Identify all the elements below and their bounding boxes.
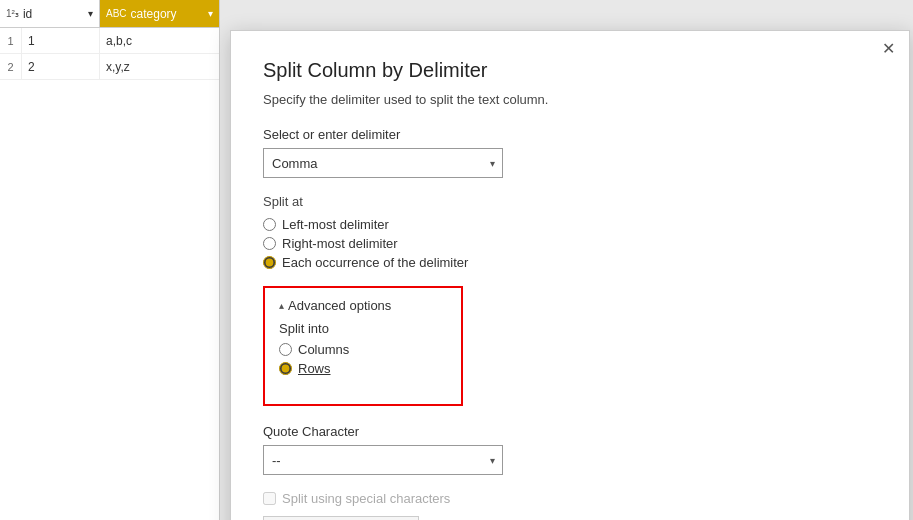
advanced-options-title: ▴ Advanced options (279, 298, 447, 313)
radio-right-most-label: Right-most delimiter (282, 236, 398, 251)
collapse-icon[interactable]: ▴ (279, 300, 284, 311)
radio-right-label[interactable]: Right-most delimiter (263, 236, 877, 251)
category-col-label: category (131, 7, 177, 21)
insert-special-character-button[interactable]: Insert special character ▾ (263, 516, 419, 520)
id-col-dropdown[interactable]: ▾ (88, 8, 93, 19)
radio-rows-label-text: Rows (298, 361, 331, 376)
split-column-dialog: ✕ Split Column by Delimiter Specify the … (230, 30, 910, 520)
table-row: 1 1 a,b,c (0, 28, 219, 54)
row-cat-2: x,y,z (100, 54, 219, 79)
radio-right-most[interactable] (263, 237, 276, 250)
radio-columns[interactable] (279, 343, 292, 356)
advanced-title-text: Advanced options (288, 298, 391, 313)
radio-rows-label[interactable]: Rows (279, 361, 447, 376)
radio-columns-label[interactable]: Columns (279, 342, 447, 357)
quote-character-label: Quote Character (263, 424, 877, 439)
close-button[interactable]: ✕ (882, 41, 895, 57)
special-characters-checkbox[interactable] (263, 492, 276, 505)
row-id-1: 1 (22, 28, 100, 53)
row-id-2: 2 (22, 54, 100, 79)
row-num-1: 1 (0, 28, 22, 53)
id-col-label: id (23, 7, 32, 21)
radio-left-most[interactable] (263, 218, 276, 231)
radio-columns-label-text: Columns (298, 342, 349, 357)
delimiter-select[interactable]: Comma (263, 148, 503, 178)
row-cat-1: a,b,c (100, 28, 219, 53)
split-into-label: Split into (279, 321, 447, 336)
radio-each-label[interactable]: Each occurrence of the delimiter (263, 255, 877, 270)
radio-left-most-label: Left-most delimiter (282, 217, 389, 232)
delimiter-select-wrapper: Comma ▾ (263, 148, 503, 178)
id-type-icon: 1²₃ (6, 8, 19, 19)
radio-rows[interactable] (279, 362, 292, 375)
quote-character-section: Quote Character -- ▾ (263, 424, 877, 475)
dialog-title: Split Column by Delimiter (263, 59, 877, 82)
quote-select-wrapper: -- ▾ (263, 445, 503, 475)
delimiter-label: Select or enter delimiter (263, 127, 877, 142)
radio-each-occurrence[interactable] (263, 256, 276, 269)
special-characters-row: Split using special characters (263, 491, 877, 506)
advanced-options-box: ▴ Advanced options Split into Columns Ro… (263, 286, 463, 406)
special-characters-label: Split using special characters (282, 491, 450, 506)
col-category-header[interactable]: ABC category ▾ (100, 0, 219, 27)
table-row: 2 2 x,y,z (0, 54, 219, 80)
split-at-label: Split at (263, 194, 877, 209)
category-col-dropdown[interactable]: ▾ (208, 8, 213, 19)
radio-left-label[interactable]: Left-most delimiter (263, 217, 877, 232)
col-id-header[interactable]: 1²₃ id ▾ (0, 0, 100, 27)
table-header: 1²₃ id ▾ ABC category ▾ (0, 0, 219, 28)
quote-character-select[interactable]: -- (263, 445, 503, 475)
dialog-subtitle: Specify the delimiter used to split the … (263, 92, 877, 107)
radio-each-label-text: Each occurrence of the delimiter (282, 255, 468, 270)
row-num-2: 2 (0, 54, 22, 79)
dialog-body: ✕ Split Column by Delimiter Specify the … (231, 31, 909, 520)
category-type-icon: ABC (106, 8, 127, 19)
split-into-radio-group: Columns Rows (279, 342, 447, 376)
split-at-radio-group: Left-most delimiter Right-most delimiter… (263, 217, 877, 270)
table-area: 1²₃ id ▾ ABC category ▾ 1 1 a,b,c 2 2 x,… (0, 0, 220, 520)
